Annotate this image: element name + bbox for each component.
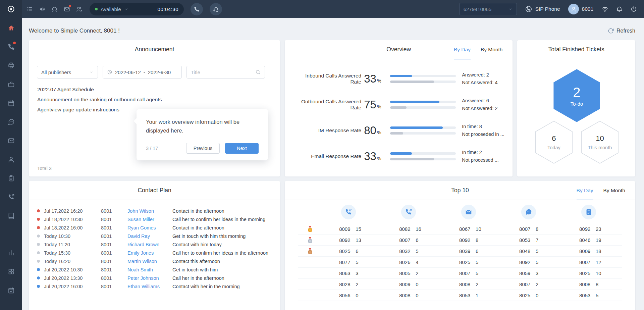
sidebar-item-home[interactable] — [4, 21, 18, 35]
contact-name-link[interactable]: Ryan Gomes — [127, 225, 172, 230]
sidebar-item-tasks[interactable] — [4, 171, 18, 185]
today-hexagon[interactable]: 6 Today — [535, 121, 573, 164]
status-available-dot — [95, 8, 98, 10]
plan-status-dot — [37, 276, 40, 279]
network-status-button[interactable] — [601, 6, 608, 13]
sip-phone-selector[interactable]: SIP Phone — [525, 5, 560, 13]
contact-name-link[interactable]: Susan Miller — [127, 217, 172, 222]
metric-count: 15 — [356, 226, 361, 232]
contact-plan-row: Today 16:20 8001 Martin Wilson Contact t… — [37, 257, 272, 265]
contact-plan-row: Today 11:20 8001 Richard Brown Contact w… — [37, 240, 272, 249]
rank-cell — [298, 226, 322, 232]
sidebar-item-fax[interactable] — [4, 58, 18, 72]
queue-button[interactable] — [23, 3, 36, 15]
metric-count: 2 — [416, 270, 418, 276]
tab-by-day[interactable]: By Day — [577, 181, 593, 200]
contact-name-link[interactable]: John Wilson — [127, 208, 172, 214]
sidebar-item-directory[interactable] — [4, 209, 18, 223]
top10-cell: 8009 0 — [382, 281, 442, 287]
extension-number: 8046 — [579, 237, 596, 243]
sidebar-item-chat[interactable] — [4, 115, 18, 129]
voicemail-button[interactable] — [61, 3, 73, 15]
inbound-call-column — [322, 205, 382, 219]
speaker-button[interactable] — [36, 3, 48, 15]
todo-hexagon[interactable]: 2 To-do — [553, 69, 600, 122]
tab-by-month[interactable]: By Month — [481, 40, 502, 59]
metric-count: 2 — [476, 281, 478, 287]
top10-cell: 8063 3 — [322, 270, 382, 276]
metric-label: Email Response Rate — [298, 153, 361, 159]
metric-count: 3 — [356, 270, 358, 276]
dial-button[interactable] — [191, 3, 203, 15]
plan-note: Call her in the afternoon — [172, 275, 224, 281]
announcement-item[interactable]: 2022.07 Agent Schedule — [37, 85, 272, 95]
sidebar-item-calls[interactable] — [4, 40, 18, 54]
extension-number: 8007 — [519, 226, 536, 232]
sidebar-item-email[interactable] — [4, 134, 18, 148]
logo-icon — [7, 5, 15, 13]
sidebar-item-apps[interactable] — [4, 264, 18, 278]
contact-name-link[interactable]: Richard Brown — [127, 242, 172, 247]
agent-status-selector[interactable]: Available 00:04:30 — [90, 3, 184, 15]
top10-cell: 8053 7 — [502, 237, 562, 243]
missed-calls-badge — [13, 42, 16, 44]
rank-medal-icon — [308, 281, 313, 288]
metric-count: 5 — [356, 259, 358, 265]
top10-cell: 8009 18 — [562, 248, 622, 254]
contact-plan-row: Jul 20,2022 16:00 8001 Ethan Williams Co… — [37, 282, 272, 291]
plan-time: Today 15:30 — [44, 250, 101, 256]
tab-by-day[interactable]: By Day — [454, 40, 471, 59]
date-range-input[interactable]: 2022-06-12 - 2022-9-30 — [103, 66, 182, 79]
user-menu[interactable]: 8001 — [568, 4, 593, 14]
top10-cell: 8025 5 — [442, 259, 502, 265]
announcement-item[interactable]: Announcement on the ranking of outbound … — [37, 95, 272, 105]
previous-button[interactable]: Previous — [186, 143, 220, 154]
plan-status-dot — [37, 243, 40, 246]
line-number-select[interactable]: 6279410065 — [459, 3, 517, 15]
month-label: This month — [588, 145, 612, 150]
sidebar-item-schedule[interactable] — [4, 283, 18, 297]
top10-cell: 8008 2 — [442, 281, 502, 287]
title-search-input[interactable] — [191, 69, 255, 75]
monitor-button[interactable] — [48, 3, 61, 15]
month-hexagon[interactable]: 10 This month — [581, 121, 619, 164]
top10-cell: 8059 3 — [502, 270, 562, 276]
contact-name-link[interactable]: Ethan Williams — [127, 284, 172, 289]
rank-column-spacer — [298, 205, 322, 219]
sidebar-item-reports[interactable] — [4, 246, 18, 260]
sidebar-item-contacts[interactable] — [4, 152, 18, 166]
extension-number: 8025 — [519, 293, 536, 298]
extension-number: 8092 — [519, 259, 536, 265]
plan-status-dot — [37, 251, 40, 254]
contact-name-link[interactable]: Noah Smith — [127, 267, 172, 272]
metric-count: 2 — [536, 281, 538, 287]
headset-call-button[interactable] — [210, 3, 222, 15]
metric-detail: In time: 2 Not processed ... — [462, 149, 499, 164]
contact-name-link[interactable]: David Ray — [127, 234, 172, 239]
search-icon[interactable] — [255, 69, 261, 75]
metric-bars — [390, 101, 456, 109]
tab-by-month[interactable]: By Month — [603, 181, 625, 200]
sidebar-item-workbench[interactable] — [4, 77, 18, 91]
metric-detail-line2: Not proceeded in ... — [462, 131, 504, 138]
contact-name-link[interactable]: Emily Jones — [127, 250, 172, 256]
team-button[interactable] — [73, 3, 86, 15]
app-logo[interactable] — [0, 0, 22, 18]
metric-count: 5 — [536, 248, 538, 254]
power-button[interactable] — [630, 6, 637, 13]
refresh-button[interactable]: Refresh — [608, 28, 635, 34]
avatar — [568, 4, 579, 14]
metric-count: 0 — [416, 281, 418, 287]
publisher-select[interactable]: All publishers — [37, 66, 98, 79]
sidebar-item-calendar[interactable] — [4, 96, 18, 110]
next-button[interactable]: Next — [225, 143, 259, 154]
chevron-down-icon — [508, 7, 513, 11]
contact-name-link[interactable]: Peter Johnson — [127, 275, 172, 281]
contact-name-link[interactable]: Martin Wilson — [127, 259, 172, 264]
topbar-status-icons — [601, 6, 637, 13]
chat-icon-wrap — [521, 205, 536, 219]
percent-sign: % — [377, 156, 381, 161]
notifications-button[interactable] — [616, 6, 623, 13]
metric-bars — [390, 126, 456, 135]
sidebar-item-callout[interactable] — [4, 190, 18, 204]
